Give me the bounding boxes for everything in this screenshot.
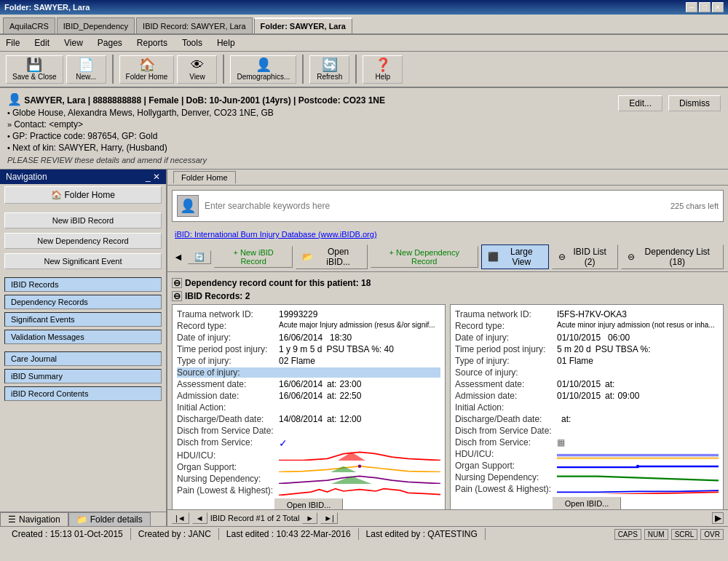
page-next-btn[interactable]: ► bbox=[302, 512, 317, 524]
value: 19993229 bbox=[279, 309, 317, 319]
ibid-rec-contents-nav-btn[interactable]: iBID Record Contents bbox=[4, 386, 162, 401]
refresh-label: Refresh bbox=[317, 73, 342, 81]
organ-chart-2 bbox=[557, 461, 719, 471]
folder-home-icon: 🏠 bbox=[139, 58, 155, 71]
new-sig-nav-btn[interactable]: New Significant Event bbox=[4, 253, 162, 269]
patient-avatar: 👤 bbox=[177, 195, 199, 217]
title-bar-controls: ─ □ ✕ bbox=[686, 2, 724, 12]
sig-events-nav-btn[interactable]: Significant Events bbox=[4, 312, 162, 327]
page-first-btn[interactable]: |◄ bbox=[172, 512, 189, 524]
hdu-chart bbox=[279, 450, 440, 461]
open-ibid-btn-1[interactable]: Open IBID... bbox=[274, 498, 344, 509]
svg-point-2 bbox=[358, 464, 361, 468]
status-last-edited-by: Last edited by : QATESTING bbox=[359, 528, 486, 540]
nav-sep-3 bbox=[0, 346, 166, 350]
help-button[interactable]: ❓ Help bbox=[363, 55, 403, 84]
care-journal-nav-btn[interactable]: Care Journal bbox=[4, 351, 162, 366]
value: at: bbox=[561, 414, 571, 424]
folder-home-button[interactable]: 🏠 Folder Home bbox=[119, 55, 175, 84]
dep-records-nav-btn[interactable]: Dependency Records bbox=[4, 295, 162, 309]
ibid-link[interactable]: iBID: International Burn Injury Database… bbox=[175, 230, 377, 239]
edit-button[interactable]: Edit... bbox=[618, 95, 662, 111]
close-button[interactable]: ✕ bbox=[712, 2, 724, 12]
menu-tools[interactable]: Tools bbox=[179, 36, 205, 49]
label: Record type: bbox=[177, 321, 279, 331]
title-bar-text: Folder: SAWYER, Lara bbox=[4, 3, 90, 12]
label: Trauma network ID: bbox=[177, 309, 279, 319]
new-ibid-nav-btn[interactable]: New iBID Record bbox=[4, 212, 162, 228]
dismiss-button[interactable]: Dismiss bbox=[668, 95, 721, 111]
page-last-btn[interactable]: ►| bbox=[320, 512, 338, 524]
open-ibid-btn-2[interactable]: Open IBID... bbox=[553, 497, 622, 509]
open-ibid-action-btn[interactable]: 📂 Open iBID... bbox=[296, 244, 367, 269]
nav-close-btn[interactable]: ✕ bbox=[153, 172, 160, 182]
value: Acute major Injury admission (resus &/or… bbox=[279, 321, 435, 331]
pain-chart bbox=[279, 485, 440, 496]
scroll-right-btn[interactable]: ▶ bbox=[712, 512, 724, 524]
record-row: Discharge/Death date: 14/08/2014 at: 12:… bbox=[177, 414, 440, 424]
minimize-button[interactable]: ─ bbox=[686, 2, 697, 12]
maximize-button[interactable]: □ bbox=[699, 2, 711, 12]
folder-details-tab[interactable]: 📁 Folder details bbox=[68, 512, 151, 526]
folder-home-nav-btn[interactable]: 🏠 Folder Home bbox=[4, 186, 162, 204]
ibid-count-text: IBID Records: 2 bbox=[185, 291, 250, 301]
back-arrow[interactable]: ◄ bbox=[172, 250, 185, 264]
tab-aquila[interactable]: AquilaCRS bbox=[3, 17, 55, 33]
nav-minimize-btn[interactable]: _ bbox=[146, 172, 151, 182]
view-button[interactable]: 👁 View bbox=[177, 55, 217, 84]
refresh-button[interactable]: 🔄 Refresh bbox=[309, 55, 349, 84]
new-button[interactable]: 📄 New... bbox=[66, 55, 106, 84]
record-row: Disch from Service Date: bbox=[455, 426, 719, 436]
patient-info: 👤 SAWYER, Lara | 8888888888 | Female | D… bbox=[0, 88, 728, 170]
page-prev-btn[interactable]: ◄ bbox=[192, 512, 207, 524]
val-msg-nav-btn[interactable]: Validation Messages bbox=[4, 330, 162, 344]
value: 02 Flame bbox=[279, 356, 315, 366]
records-grid: Trauma network ID: 19993229 Record type:… bbox=[172, 304, 724, 509]
record-row: Initial Action: bbox=[177, 402, 440, 413]
label: HDU/ICU: bbox=[455, 449, 557, 459]
dep-list-btn[interactable]: ⊖ Dependency List (18) bbox=[621, 244, 724, 269]
scrl-key: SCRL bbox=[671, 529, 698, 540]
label: Disch from Service: bbox=[455, 437, 557, 447]
ibid-records-nav-btn[interactable]: IBID Records bbox=[4, 277, 162, 292]
patient-nok: • Next of kin: SAWYER, Harry, (Husband) bbox=[7, 143, 385, 153]
folder-home-tab-item[interactable]: Folder Home bbox=[173, 171, 236, 183]
new-dep-action-btn[interactable]: + New Dependency Record bbox=[371, 246, 478, 268]
new-dep-nav-btn[interactable]: New Dependency Record bbox=[4, 233, 162, 249]
refresh-action-btn[interactable]: 🔄 bbox=[188, 250, 211, 264]
menu-edit[interactable]: Edit bbox=[31, 36, 52, 49]
search-input[interactable] bbox=[205, 201, 665, 211]
ibid-summary-nav-btn[interactable]: iBID Summary bbox=[4, 369, 162, 383]
value: at: bbox=[327, 379, 336, 389]
value: Acute minor injury admission (not resus … bbox=[557, 321, 715, 331]
tab-folder[interactable]: Folder: SAWYER, Lara bbox=[254, 17, 352, 33]
dep-count-minus[interactable]: ⊖ bbox=[172, 278, 182, 288]
large-view-btn[interactable]: ⬛ Large View bbox=[481, 244, 549, 269]
new-icon: 📄 bbox=[78, 58, 94, 71]
menu-file[interactable]: File bbox=[3, 36, 23, 49]
value: 16/06/2014 bbox=[279, 391, 323, 401]
record-row: Record type: Acute major Injury admissio… bbox=[177, 321, 440, 331]
tab-ibid-dependency[interactable]: IBID_Dependency bbox=[57, 17, 135, 33]
status-keys: CAPS NUM SCRL OVR bbox=[614, 528, 724, 540]
toolbar-sep-2 bbox=[223, 55, 224, 84]
label: Date of injury: bbox=[177, 333, 279, 343]
menu-pages[interactable]: Pages bbox=[95, 36, 125, 49]
ibid-list-btn[interactable]: ⊖ IBID List (2) bbox=[552, 244, 619, 269]
menu-reports[interactable]: Reports bbox=[134, 36, 170, 49]
nav-tab[interactable]: ☰ Navigation bbox=[0, 512, 68, 526]
menu-view[interactable]: View bbox=[61, 36, 86, 49]
svg-rect-5 bbox=[557, 454, 719, 456]
ibid-count-minus[interactable]: ⊖ bbox=[172, 291, 182, 301]
save-close-button[interactable]: 💾 Save & Close bbox=[6, 55, 63, 84]
save-close-label: Save & Close bbox=[12, 73, 57, 81]
value: PSU TBSA %: 40 bbox=[326, 344, 394, 354]
label: Source of injury: bbox=[455, 367, 557, 378]
new-ibid-action-btn[interactable]: + New iBID Record bbox=[214, 246, 293, 268]
value: 18:30 bbox=[330, 333, 352, 343]
menu-help[interactable]: Help bbox=[214, 36, 238, 49]
record-card-1: Trauma network ID: 19993229 Record type:… bbox=[172, 304, 446, 509]
tab-ibid-record[interactable]: IBID Record: SAWYER, Lara bbox=[136, 17, 252, 33]
demographics-button[interactable]: 👤 Demographics... bbox=[230, 55, 296, 84]
record-row-pain2: Pain (Lowest & Highest): bbox=[455, 484, 719, 494]
